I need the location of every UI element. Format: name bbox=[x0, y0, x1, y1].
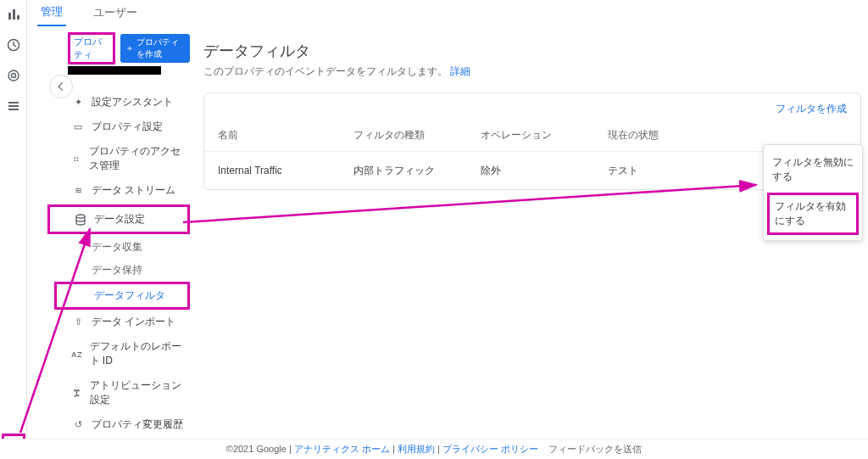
cell-operation: 除外 bbox=[481, 164, 608, 178]
svg-rect-0 bbox=[8, 13, 11, 20]
menu-disable-filter[interactable]: フィルタを無効にする bbox=[764, 148, 862, 191]
tab-admin[interactable]: 管理 bbox=[37, 0, 66, 26]
bar-chart-icon[interactable] bbox=[6, 7, 21, 22]
footer-copyright: ©2021 Google bbox=[226, 444, 287, 454]
create-property-button[interactable]: ＋プロパティを作成 bbox=[120, 34, 190, 63]
filter-actions-menu: フィルタを無効にする フィルタを有効にする bbox=[763, 144, 863, 241]
property-name-redacted bbox=[68, 66, 161, 75]
svg-point-4 bbox=[8, 70, 19, 81]
svg-rect-7 bbox=[8, 105, 19, 107]
id-icon: ᴀᴢ bbox=[71, 347, 83, 361]
nav-data-streams[interactable]: ≋データ ストリーム bbox=[47, 178, 190, 203]
svg-line-13 bbox=[183, 185, 756, 222]
footer-feedback[interactable]: フィードバックを送信 bbox=[548, 444, 642, 454]
table-header: 名前 フィルタの種類 オペレーション 現在の状態 bbox=[204, 120, 860, 152]
nav-property-settings[interactable]: ▭プロパティ設定 bbox=[47, 115, 190, 139]
nav-access-mgmt[interactable]: ⠶プロパティのアクセス管理 bbox=[47, 139, 190, 178]
list-icon[interactable] bbox=[6, 98, 21, 114]
property-sidebar: プロパティ ＋プロパティを作成 ✦設定アシスタント ▭プロパティ設定 ⠶プロパテ… bbox=[47, 32, 190, 459]
col-name: 名前 bbox=[218, 128, 353, 143]
nav-data-settings[interactable]: データ設定 bbox=[47, 204, 190, 234]
svg-point-9 bbox=[76, 215, 85, 218]
create-filter-button[interactable]: フィルタを作成 bbox=[776, 102, 847, 116]
nav-data-filters[interactable]: データフィルタ bbox=[54, 282, 190, 310]
footer-terms-link[interactable]: 利用規約 bbox=[398, 444, 435, 454]
nav-data-retention[interactable]: データ保持 bbox=[54, 259, 190, 282]
nav-data-collection[interactable]: データ収集 bbox=[54, 236, 190, 259]
svg-rect-1 bbox=[13, 9, 15, 20]
svg-point-5 bbox=[11, 74, 15, 78]
footer: ©2021 Google | アナリティクス ホーム | 利用規約 | プライバ… bbox=[0, 439, 868, 459]
col-type: フィルタの種類 bbox=[353, 128, 481, 143]
nav-change-history[interactable]: ↺プロパティ変更履歴 bbox=[47, 412, 190, 437]
menu-enable-filter[interactable]: フィルタを有効にする bbox=[767, 193, 859, 235]
upload-icon: ⇧ bbox=[71, 316, 85, 329]
svg-rect-8 bbox=[8, 109, 19, 110]
cell-type: 内部トラフィック bbox=[353, 164, 481, 178]
top-tabs: 管理 ユーザー bbox=[37, 0, 141, 25]
history-icon: ↺ bbox=[71, 418, 85, 432]
cell-name: Internal Traffic bbox=[218, 165, 353, 176]
clock-icon[interactable] bbox=[6, 37, 21, 53]
target-icon[interactable] bbox=[6, 68, 21, 83]
col-state: 現在の状態 bbox=[608, 128, 801, 143]
back-button[interactable] bbox=[49, 75, 73, 98]
card-icon: ▭ bbox=[71, 120, 85, 134]
page-title: データフィルタ bbox=[203, 41, 861, 61]
left-rail bbox=[0, 0, 27, 459]
footer-privacy-link[interactable]: プライバシー ポリシー bbox=[442, 444, 538, 454]
attribution-icon: ᎎ bbox=[71, 386, 83, 400]
database-icon bbox=[74, 213, 87, 227]
nav-data-import[interactable]: ⇧データ インポート bbox=[47, 310, 190, 334]
nav-default-report-id[interactable]: ᴀᴢデフォルトのレポート ID bbox=[47, 334, 190, 373]
tab-user[interactable]: ユーザー bbox=[90, 0, 141, 25]
svg-rect-6 bbox=[8, 102, 19, 104]
learn-more-link[interactable]: 詳細 bbox=[450, 65, 470, 77]
footer-home-link[interactable]: アナリティクス ホーム bbox=[294, 444, 390, 454]
stream-icon: ≋ bbox=[71, 184, 85, 198]
table-row[interactable]: Internal Traffic 内部トラフィック 除外 テスト › bbox=[204, 152, 860, 189]
svg-rect-2 bbox=[17, 15, 19, 20]
col-operation: オペレーション bbox=[481, 128, 608, 143]
page-subtitle: このプロパティのイベントデータをフィルタします。 詳細 bbox=[203, 64, 861, 79]
assistant-icon: ✦ bbox=[71, 96, 85, 109]
people-icon: ⠶ bbox=[71, 152, 82, 165]
nav-attribution[interactable]: ᎎアトリビューション設定 bbox=[47, 373, 190, 412]
property-chip[interactable]: プロパティ bbox=[68, 32, 115, 64]
